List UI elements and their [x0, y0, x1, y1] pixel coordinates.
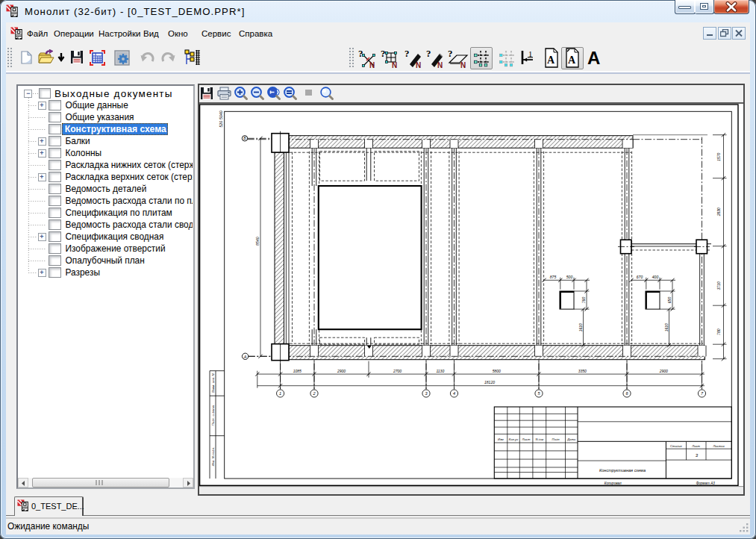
svg-text:?: ?	[404, 48, 410, 59]
svg-text:500: 500	[566, 275, 573, 279]
svg-text:400: 400	[652, 275, 659, 279]
svg-text:Лист: Лист	[522, 437, 531, 441]
svg-text:Конструктивная схема: Конструктивная схема	[599, 468, 646, 473]
svg-text:1570: 1570	[716, 153, 721, 161]
svg-text:?: ?	[358, 48, 363, 59]
svg-text:Листов: Листов	[712, 444, 725, 448]
svg-text:?: ?	[426, 48, 431, 59]
svg-text:Инв. N подл.: Инв. N подл.	[211, 447, 215, 467]
svg-text:?: ?	[448, 48, 453, 59]
svg-text:Дата: Дата	[566, 437, 576, 441]
svg-text:Стадия: Стадия	[670, 444, 682, 448]
svg-text:760: 760	[581, 297, 586, 304]
svg-text:Формат А3: Формат А3	[696, 482, 716, 485]
svg-text:3350: 3350	[578, 369, 587, 373]
svg-text:А: А	[243, 355, 247, 359]
svg-text:1610: 1610	[578, 323, 583, 331]
svg-text:2900: 2900	[659, 369, 668, 373]
svg-text:5040: 5040	[219, 111, 223, 120]
svg-text:2830: 2830	[716, 208, 721, 216]
svg-text:1085: 1085	[293, 369, 302, 373]
svg-text:Лист: Лист	[691, 444, 700, 448]
svg-text:1: 1	[279, 392, 281, 396]
svg-text:A: A	[568, 54, 576, 66]
svg-text:N: N	[416, 61, 421, 69]
svg-text:1: 1	[528, 50, 532, 58]
svg-text:Б: Б	[243, 137, 246, 141]
svg-text:650: 650	[667, 297, 672, 304]
svg-text:Изм: Изм	[498, 437, 504, 441]
svg-text:Взам. инв. N: Взам. инв. N	[211, 373, 215, 393]
svg-text:670: 670	[637, 275, 643, 279]
svg-text:Подп. и дата: Подп. и дата	[211, 405, 215, 426]
svg-text:Копировал: Копировал	[605, 482, 622, 485]
svg-text:N: N	[369, 61, 375, 69]
svg-text:875: 875	[550, 275, 557, 279]
svg-text:N: N	[392, 61, 397, 69]
svg-text:8540: 8540	[255, 237, 260, 246]
svg-text:3710: 3710	[716, 281, 721, 290]
svg-text:520: 520	[219, 121, 223, 128]
svg-text:2900: 2900	[337, 369, 346, 373]
svg-text:Кол.уч: Кол.уч	[509, 437, 519, 441]
svg-text:N док: N док	[535, 437, 544, 441]
svg-text:780: 780	[716, 329, 721, 336]
svg-text:4: 4	[453, 392, 455, 396]
svg-text:A: A	[547, 54, 555, 66]
svg-text:1610: 1610	[664, 323, 669, 331]
svg-text:N: N	[437, 61, 443, 69]
svg-text:?: ?	[381, 48, 386, 59]
svg-text:1130: 1130	[436, 369, 444, 373]
svg-text:18120: 18120	[484, 381, 495, 385]
svg-text:2700: 2700	[393, 369, 402, 373]
svg-text:N: N	[460, 61, 466, 69]
svg-text:5800: 5800	[493, 369, 501, 373]
svg-text:Подп: Подп	[552, 437, 560, 441]
